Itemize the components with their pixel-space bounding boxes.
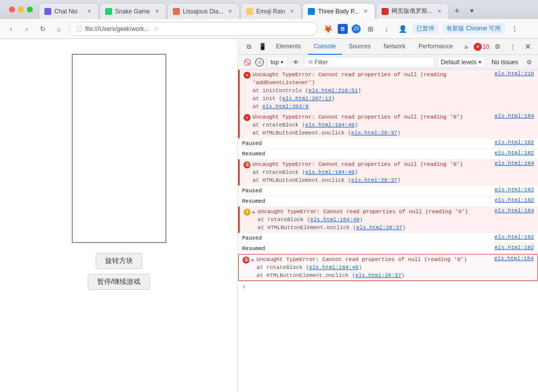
console-clear-button[interactable]: 🚫 xyxy=(242,57,252,67)
paused-text-3: Paused xyxy=(242,234,489,242)
link-init[interactable]: els.html:207:13 xyxy=(282,96,331,102)
tab-close-snake[interactable]: ✕ xyxy=(153,7,161,15)
bitwarden-icon[interactable]: B xyxy=(338,24,348,34)
tab-close-russian[interactable]: ✕ xyxy=(435,7,443,15)
tab-close-chat[interactable]: ✕ xyxy=(85,7,93,15)
devtools-mobile-button[interactable]: 📱 xyxy=(256,40,269,53)
tab-performance[interactable]: Performance xyxy=(412,39,459,55)
devtools-more-tabs[interactable]: » xyxy=(460,40,473,53)
pause-button[interactable]: 已暂停 xyxy=(412,23,438,34)
home-button[interactable]: ⌂ xyxy=(53,23,65,35)
tab-emoji-rain[interactable]: Emoji Rain ✕ xyxy=(241,3,301,19)
devtools-close-button[interactable]: ✕ xyxy=(521,40,534,53)
tab-overflow-button[interactable]: ▼ xyxy=(465,4,479,18)
profile-icon[interactable]: 👤 xyxy=(397,23,408,35)
link-initControls[interactable]: els.html:216:51 xyxy=(308,88,358,94)
error-location-2[interactable]: els.html:164 xyxy=(491,113,534,119)
tab-favicon-chat xyxy=(44,8,51,15)
console-no-entry[interactable]: ⊘ xyxy=(255,58,264,67)
maximize-window-button[interactable] xyxy=(27,6,33,12)
expand-arrow-5[interactable]: ▶ xyxy=(252,257,255,263)
console-resumed-2: Resumed els.html:182 xyxy=(238,196,538,207)
devtools-dock-button[interactable]: ⧉ xyxy=(242,40,255,53)
tab-close-lissajous[interactable]: ✕ xyxy=(226,7,234,15)
console-error-4: 2 ▶ Uncaught TypeError: Cannot read prop… xyxy=(238,207,538,233)
address-input-container[interactable]: 📄 file:///Users/geek/work... ☆ xyxy=(69,22,318,36)
forward-button[interactable]: › xyxy=(21,23,33,35)
download-icon[interactable]: ↓ xyxy=(381,23,393,35)
tab-snake-game[interactable]: Snake Game ✕ xyxy=(100,3,166,19)
close-window-button[interactable] xyxy=(9,6,15,12)
console-paused-3: Paused els.html:182 xyxy=(238,233,538,244)
pause-resume-button[interactable]: 暂停/继续游戏 xyxy=(88,274,150,290)
resumed-location-3[interactable]: els.html:182 xyxy=(491,245,534,251)
context-selector[interactable]: top ▼ xyxy=(267,57,288,68)
error-location-3[interactable]: els.html:164 xyxy=(491,160,534,166)
main-content: 旋转方块 暂停/继续游戏 ⧉ 📱 Elements Console Source… xyxy=(0,39,538,392)
default-levels-selector[interactable]: Default levels ▼ xyxy=(437,57,486,68)
menu-icon[interactable]: ⋮ xyxy=(509,23,521,35)
paused-location-1[interactable]: els.html:182 xyxy=(491,139,534,145)
tab-title-chat: Chat Nio xyxy=(54,8,82,15)
tab-title-emoji: Emoji Rain xyxy=(256,8,285,15)
resumed-location-2[interactable]: els.html:182 xyxy=(491,197,534,203)
link-rotate2[interactable]: els.html:164:49 xyxy=(305,169,355,175)
back-button[interactable]: ‹ xyxy=(5,23,17,35)
minimize-window-button[interactable] xyxy=(18,6,24,12)
link-onclick1[interactable]: els.html:28:37 xyxy=(351,130,397,136)
error-text-4: Uncaught TypeError: Cannot read properti… xyxy=(258,208,489,216)
error-location-4[interactable]: els.html:164 xyxy=(491,208,534,214)
chrome-update-button[interactable]: 有新版 Chrome 可用 xyxy=(442,23,505,34)
tab-favicon-snake xyxy=(105,8,112,15)
link-onclick4[interactable]: els.html:28:37 xyxy=(355,272,401,278)
console-filter-input[interactable]: ⊘ Filter xyxy=(304,57,434,68)
tab-chat-nio[interactable]: Chat Nio ✕ xyxy=(39,3,99,19)
resumed-text-2: Resumed xyxy=(242,197,489,205)
paused-location-3[interactable]: els.html:182 xyxy=(491,234,534,240)
link-rotate3[interactable]: els.html:164:49 xyxy=(310,217,360,223)
notification-badge[interactable]: 29 xyxy=(352,24,361,33)
devtools-toolbar: ⧉ 📱 Elements Console Sources Network Per… xyxy=(238,39,538,55)
star-icon[interactable]: ☆ xyxy=(154,25,159,32)
address-bar: ‹ › ↻ ⌂ 📄 file:///Users/geek/work... ☆ 🦊… xyxy=(0,19,538,39)
tab-sources[interactable]: Sources xyxy=(343,39,377,55)
tab-network[interactable]: Network xyxy=(378,39,411,55)
console-settings-button[interactable]: ⚙ xyxy=(524,57,534,67)
no-issues-button[interactable]: No Issues xyxy=(489,59,521,66)
link-rotate4[interactable]: els.html:164:49 xyxy=(309,264,359,270)
console-input-row[interactable]: › xyxy=(238,281,538,292)
firefox-extension-icon[interactable]: 🦊 xyxy=(322,23,334,35)
extensions-icon[interactable]: ⊞ xyxy=(365,23,377,35)
error-icon-2: ✕ xyxy=(244,114,251,121)
rotate-block-button[interactable]: 旋转方块 xyxy=(96,253,142,269)
error-text-1: Uncaught TypeError: Cannot read properti… xyxy=(253,71,489,87)
console-resumed-1: Resumed els.html:182 xyxy=(238,149,538,159)
tab-elements[interactable]: Elements xyxy=(270,39,307,55)
tab-close-emoji[interactable]: ✕ xyxy=(288,7,296,15)
new-tab-button[interactable]: + xyxy=(450,4,464,18)
link-init2[interactable]: els.html:203:9 xyxy=(263,104,308,110)
tab-three-body[interactable]: Three Body P... ✕ xyxy=(302,3,375,19)
tab-console[interactable]: Console xyxy=(308,39,342,55)
tab-title-threebody: Three Body P... xyxy=(318,8,359,15)
error-text-2: Uncaught TypeError: Cannot read properti… xyxy=(253,113,489,121)
console-error-3: ① Uncaught TypeError: Cannot read proper… xyxy=(238,159,538,186)
tab-close-threebody[interactable]: ✕ xyxy=(362,7,370,15)
window-controls xyxy=(4,6,38,12)
devtools-more-options[interactable]: ⋮ xyxy=(506,40,519,53)
devtools-settings-button[interactable]: ⚙ xyxy=(491,40,504,53)
tab-russian[interactable]: 网页版俄罗斯... ✕ xyxy=(376,3,449,19)
console-eye-button[interactable]: 👁 xyxy=(291,57,301,67)
reload-button[interactable]: ↻ xyxy=(37,23,49,35)
link-onclick2[interactable]: els.html:28:37 xyxy=(351,177,397,183)
lock-icon: 📄 xyxy=(75,25,82,32)
expand-arrow-4[interactable]: ▶ xyxy=(253,209,256,215)
resumed-location-1[interactable]: els.html:182 xyxy=(491,150,534,156)
error-location-5[interactable]: els.html:164 xyxy=(490,256,534,261)
link-rotate1[interactable]: els.html:164:49 xyxy=(305,122,355,128)
tab-lissajous[interactable]: Lissajous Dia... ✕ xyxy=(167,3,240,19)
tab-favicon-lissajous xyxy=(173,8,180,15)
error-location-1[interactable]: els.html:216 xyxy=(491,71,534,77)
paused-location-2[interactable]: els.html:182 xyxy=(491,187,534,193)
link-onclick3[interactable]: els.html:28:37 xyxy=(356,225,402,231)
